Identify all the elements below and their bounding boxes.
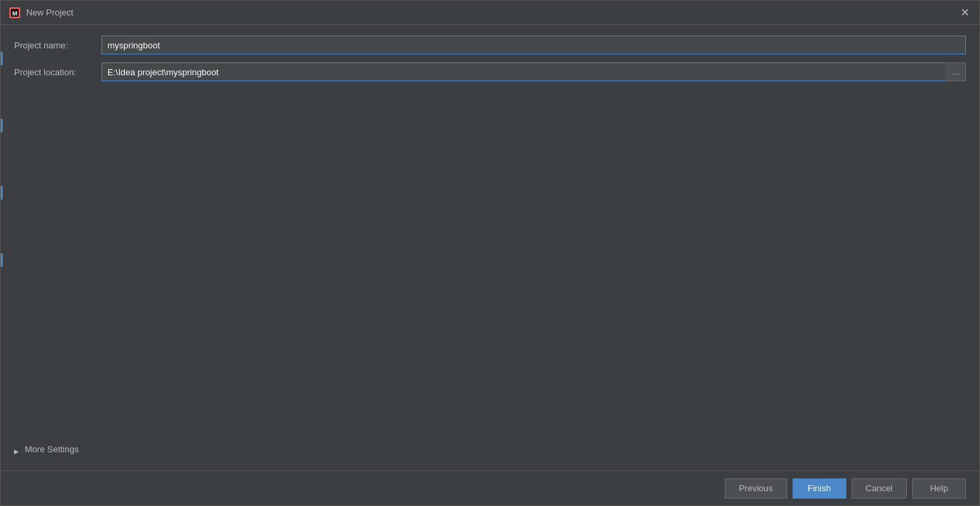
browse-button[interactable]: ... xyxy=(946,62,966,81)
project-name-input[interactable] xyxy=(101,36,966,54)
project-location-input-group: ... xyxy=(101,62,966,81)
project-name-row: Project name: xyxy=(14,36,966,54)
left-accent-bar xyxy=(1,25,3,506)
project-location-row: Project location: ... xyxy=(14,62,966,81)
title-bar-left: M New Project xyxy=(9,7,73,19)
dialog-title: New Project xyxy=(26,7,73,17)
more-settings-label: More Settings xyxy=(25,444,79,454)
svg-text:M: M xyxy=(12,10,17,17)
app-icon: M xyxy=(9,7,21,19)
content-spacer xyxy=(14,89,966,439)
project-location-label: Project location: xyxy=(14,67,101,77)
project-name-input-wrap xyxy=(101,36,966,54)
chevron-right-icon xyxy=(14,446,22,454)
browse-label: ... xyxy=(952,67,959,77)
dialog-footer: Previous Finish Cancel Help xyxy=(1,470,979,505)
new-project-dialog: M New Project ✕ Project name: Project lo… xyxy=(0,0,980,506)
close-button[interactable]: ✕ xyxy=(958,6,971,19)
cancel-button[interactable]: Cancel xyxy=(852,478,907,499)
title-bar: M New Project ✕ xyxy=(1,1,979,25)
previous-button[interactable]: Previous xyxy=(725,478,787,499)
help-button[interactable]: Help xyxy=(912,478,966,499)
project-name-label: Project name: xyxy=(14,40,101,50)
dialog-content: Project name: Project location: ... More… xyxy=(1,25,979,470)
project-location-input[interactable] xyxy=(101,62,946,81)
more-settings-row[interactable]: More Settings xyxy=(14,439,966,460)
finish-button[interactable]: Finish xyxy=(793,478,846,499)
